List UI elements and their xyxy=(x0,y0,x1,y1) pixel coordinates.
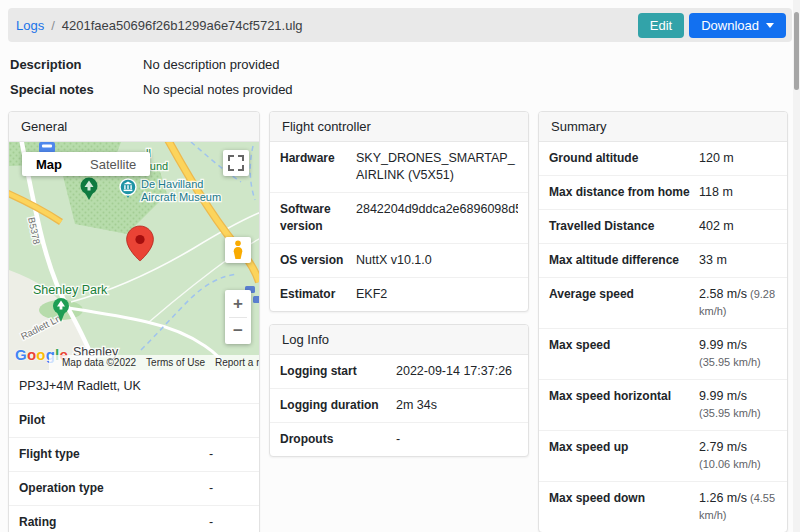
general-panel: General xyxy=(8,111,260,532)
edit-button[interactable]: Edit xyxy=(638,13,684,38)
row-label: Logging start xyxy=(280,363,392,380)
panels-grid: General xyxy=(8,111,792,532)
row-label: Flight type xyxy=(19,446,205,463)
row-label: Max speed horizontal xyxy=(549,388,695,422)
row-value: 33 m xyxy=(699,252,777,269)
row-label: Max speed xyxy=(549,337,695,371)
row-label: Dropouts xyxy=(280,431,392,448)
google-logo-letter: o xyxy=(36,346,45,363)
row-value: 2m 34s xyxy=(396,397,518,414)
general-table: PP3J+4M Radlett, UKPilotFlight type-Oper… xyxy=(9,370,259,532)
museum-label: De Havilland xyxy=(141,178,203,190)
row-value: 9.99 m/s (35.95 km/h) xyxy=(699,388,777,422)
table-row: PP3J+4M Radlett, UK xyxy=(9,370,259,403)
table-row: Average speed2.58 m/s (9.28 km/h) xyxy=(539,277,787,328)
caret-down-icon xyxy=(766,23,774,28)
row-value: 120 m xyxy=(699,150,777,167)
row-label: Estimator xyxy=(280,286,352,303)
log-meta: Description No description provided Spec… xyxy=(10,57,790,98)
row-label: Max distance from home xyxy=(549,184,695,201)
table-row: Dropouts- xyxy=(270,422,528,456)
map-attribution: Map data ©2022 Terms of Use Report a map… xyxy=(49,355,259,370)
breadcrumb: Logs / 4201faea50696f26b1299a6e74cf5721.… xyxy=(16,18,303,33)
row-value: 118 m xyxy=(699,184,777,201)
row-value: 2.79 m/s (10.06 km/h) xyxy=(699,439,777,473)
download-button[interactable]: Download xyxy=(689,13,786,38)
breadcrumb-bar: Logs / 4201faea50696f26b1299a6e74cf5721.… xyxy=(8,8,792,42)
google-logo-letter: o xyxy=(27,346,36,363)
report-map-error-link[interactable]: Report a map error xyxy=(215,357,259,368)
row-label: OS version xyxy=(280,252,352,269)
map-type-control: Map Satellite xyxy=(22,152,150,176)
row-value: 9.99 m/s (35.95 km/h) xyxy=(699,337,777,371)
red-marker-icon xyxy=(127,226,154,261)
row-value: 2022-09-14 17:37:26 xyxy=(396,363,518,380)
row-label: Rating xyxy=(19,514,205,531)
scrollbar-thumb[interactable] xyxy=(794,12,799,90)
middle-column: Flight controller HardwareSKY_DRONES_SMA… xyxy=(269,111,529,457)
table-row: Logging start2022-09-14 17:37:26 xyxy=(270,355,528,388)
map-stream xyxy=(250,146,255,200)
row-label: Max speed up xyxy=(549,439,695,473)
zoom-in-button[interactable]: + xyxy=(225,290,251,317)
log-detail-page: Logs / 4201faea50696f26b1299a6e74cf5721.… xyxy=(0,0,800,532)
summary-table: Ground altitude120 mMax distance from ho… xyxy=(539,142,787,532)
map-stream xyxy=(141,274,237,350)
google-logo-letter: G xyxy=(15,346,27,363)
map-view-button[interactable]: Map xyxy=(22,152,76,176)
table-row: Max speed up2.79 m/s (10.06 km/h) xyxy=(539,430,787,481)
table-row: Max altitude difference33 m xyxy=(539,243,787,277)
row-value: NuttX v10.1.0 xyxy=(356,252,518,269)
table-row: Pilot xyxy=(9,403,259,437)
row-value: - xyxy=(209,446,249,463)
special-notes-value: No special notes provided xyxy=(143,82,790,98)
pegman-icon xyxy=(231,240,245,260)
table-row: EstimatorEKF2 xyxy=(270,277,528,311)
row-value: 2842204d9ddca2e6896098d5… xyxy=(356,201,518,235)
park-label: Shenley Park xyxy=(33,283,108,297)
row-value: EKF2 xyxy=(356,286,518,303)
row-value: SKY_DRONES_SMARTAP_AIRLINK (V5X51) xyxy=(356,150,518,184)
terms-of-use-link[interactable]: Terms of Use xyxy=(146,357,205,368)
special-notes-label: Special notes xyxy=(10,82,143,98)
row-value: 402 m xyxy=(699,218,777,235)
breadcrumb-separator: / xyxy=(51,18,55,33)
map-zoom-control: + − xyxy=(225,290,251,344)
row-label: Max altitude difference xyxy=(549,252,695,269)
route-shield-icon xyxy=(253,296,259,303)
map-canvas[interactable]: ll round De Havilland Aircraft Museum Sh… xyxy=(9,142,259,370)
row-label: Hardware xyxy=(280,150,352,184)
download-button-label: Download xyxy=(701,19,759,32)
general-panel-title: General xyxy=(9,112,259,142)
row-label: Software version xyxy=(280,201,352,235)
logs-link[interactable]: Logs xyxy=(16,18,44,33)
flight-controller-table: HardwareSKY_DRONES_SMARTAP_AIRLINK (V5X5… xyxy=(270,142,528,311)
row-label: Logging duration xyxy=(280,397,392,414)
row-text: PP3J+4M Radlett, UK xyxy=(19,378,205,395)
flight-controller-panel: Flight controller HardwareSKY_DRONES_SMA… xyxy=(269,111,529,312)
museum-label: Aircraft Museum xyxy=(141,191,221,203)
zoom-out-button[interactable]: − xyxy=(225,318,251,345)
row-label: Travelled Distance xyxy=(549,218,695,235)
fullscreen-button[interactable] xyxy=(223,150,249,176)
row-label: Operation type xyxy=(19,480,205,497)
map-data-attribution: Map data ©2022 xyxy=(62,357,136,368)
satellite-view-button[interactable]: Satellite xyxy=(76,152,150,176)
pegman-button[interactable] xyxy=(225,237,251,263)
flight-controller-panel-title: Flight controller xyxy=(270,112,528,142)
summary-panel: Summary Ground altitude120 mMax distance… xyxy=(538,111,788,532)
log-info-panel-title: Log Info xyxy=(270,325,528,355)
log-info-table: Logging start2022-09-14 17:37:26Logging … xyxy=(270,355,528,456)
page-scrollbar[interactable] xyxy=(793,0,800,532)
fullscreen-icon xyxy=(228,155,244,171)
row-value: 2.58 m/s (9.28 km/h) xyxy=(699,286,777,320)
table-row: HardwareSKY_DRONES_SMARTAP_AIRLINK (V5X5… xyxy=(270,142,528,192)
row-label: Average speed xyxy=(549,286,695,320)
table-row: Max speed horizontal9.99 m/s (35.95 km/h… xyxy=(539,379,787,430)
log-info-panel: Log Info Logging start2022-09-14 17:37:2… xyxy=(269,324,529,457)
row-label: Ground altitude xyxy=(549,150,695,167)
row-label: Max speed down xyxy=(549,490,695,524)
row-value: - xyxy=(209,514,249,531)
table-row: Travelled Distance402 m xyxy=(539,209,787,243)
table-row: Max distance from home118 m xyxy=(539,175,787,209)
